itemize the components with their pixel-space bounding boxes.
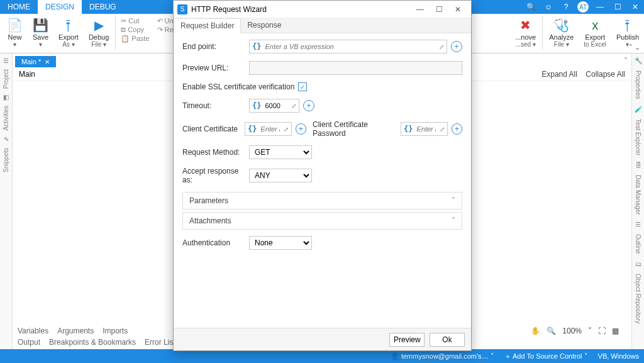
status-language[interactable]: VB, Windows: [598, 352, 639, 360]
sidebar-outline[interactable]: Outline: [635, 234, 641, 254]
zoom-dropdown-icon[interactable]: ˅: [588, 327, 592, 335]
tab-output[interactable]: Output: [18, 338, 40, 347]
expand-icon[interactable]: ⤢: [439, 43, 444, 50]
client-cert-label: Client Certificate: [182, 125, 241, 133]
dialog-logo-icon: S: [177, 4, 187, 14]
ok-button[interactable]: Ok: [430, 333, 465, 347]
method-select[interactable]: GET: [249, 145, 312, 159]
sidebar-properties[interactable]: Properties: [635, 70, 641, 99]
tab-error-list[interactable]: Error List: [145, 338, 175, 347]
pan-icon[interactable]: ✋: [531, 327, 540, 335]
data-manager-icon[interactable]: 🗄: [635, 162, 641, 169]
ribbon-copy[interactable]: ⧉ Copy: [121, 26, 149, 34]
brace-icon: {}: [248, 125, 257, 133]
ribbon-debug-file[interactable]: ▶DebugFile ▾: [84, 16, 114, 49]
endpoint-add-button[interactable]: +: [451, 41, 462, 52]
maximize-icon[interactable]: ☐: [609, 3, 626, 11]
menu-design[interactable]: DESIGN: [38, 0, 82, 14]
fit-screen-icon[interactable]: ⛶: [598, 327, 606, 335]
brace-icon: {}: [252, 42, 261, 51]
sidebar-project[interactable]: Project: [3, 69, 9, 89]
snippets-icon[interactable]: ✎: [4, 136, 9, 143]
status-account[interactable]: 👤 temmysnow@gmail.com's… ˅: [391, 352, 494, 360]
ssl-label: Enable SSL certificate verification: [182, 82, 294, 91]
document-tab-close-icon[interactable]: ✕: [45, 59, 50, 65]
dialog-title: HTTP Request Wizard: [191, 5, 267, 14]
dialog-close-icon[interactable]: ✕: [448, 5, 467, 14]
outline-icon[interactable]: ☰: [635, 221, 641, 228]
ribbon-save[interactable]: 💾Save▾: [28, 16, 53, 49]
sidebar-object-repo[interactable]: Object Repository: [635, 274, 641, 323]
client-cert-pw-input-wrap[interactable]: {} ⤢: [401, 122, 448, 136]
ribbon-collapse-icon[interactable]: ˄ ⌄: [629, 43, 640, 52]
client-cert-pw-input[interactable]: [415, 125, 437, 133]
accept-select[interactable]: ANY: [249, 169, 312, 182]
project-icon[interactable]: ☰: [3, 57, 9, 64]
sidebar-data-manager[interactable]: Data Manager: [635, 175, 641, 215]
tab-imports[interactable]: Imports: [103, 327, 128, 335]
sidebar-snippets[interactable]: Snippets: [3, 148, 9, 172]
zoom-icon[interactable]: 🔍: [547, 327, 556, 335]
client-cert-pw-add-button[interactable]: +: [452, 123, 462, 135]
minimize-icon[interactable]: —: [591, 3, 609, 11]
method-label: Request Method:: [182, 148, 245, 157]
menu-home[interactable]: HOME: [0, 0, 38, 14]
timeout-input[interactable]: [264, 101, 289, 110]
ribbon-analyze[interactable]: 🩺AnalyzeFile ▾: [544, 16, 579, 49]
expand-all-link[interactable]: Expand All: [541, 70, 577, 79]
auth-select[interactable]: None: [249, 236, 312, 250]
parameters-expander[interactable]: Parameters˅: [182, 192, 462, 209]
client-cert-add-button[interactable]: +: [296, 123, 306, 135]
ribbon-cut[interactable]: ✂ Cut: [121, 17, 149, 25]
tab-arguments[interactable]: Arguments: [57, 327, 94, 335]
ribbon-remove-unused[interactable]: ✖...nove...sed ▾: [510, 16, 541, 49]
tab-request-builder[interactable]: Request Builder: [174, 18, 241, 33]
status-source-control[interactable]: ＋ Add To Source Control ˅: [504, 352, 588, 361]
attachments-expander[interactable]: Attachments˅: [182, 212, 462, 230]
brace-icon: {}: [252, 101, 261, 110]
close-icon[interactable]: ✕: [626, 3, 644, 11]
avatar[interactable]: AT: [577, 1, 589, 13]
activities-icon[interactable]: ◧: [3, 94, 9, 101]
timeout-input-wrap[interactable]: {} ⤢: [249, 99, 299, 113]
menu-debug[interactable]: DEBUG: [82, 0, 124, 14]
tab-dropdown-icon[interactable]: ˅: [620, 55, 631, 67]
client-cert-input[interactable]: [259, 125, 281, 133]
dialog-maximize-icon[interactable]: ☐: [430, 5, 448, 14]
chevron-down-icon: ˅: [452, 216, 455, 225]
preview-button[interactable]: Preview: [389, 333, 425, 347]
ribbon-paste[interactable]: 📋 Paste: [121, 35, 149, 43]
help-icon[interactable]: ?: [557, 3, 575, 11]
sidebar-test-explorer[interactable]: Test Explorer: [635, 119, 641, 155]
tab-response[interactable]: Response: [241, 18, 287, 33]
endpoint-input-wrap[interactable]: {} ⤢: [249, 40, 447, 53]
ribbon-export-excel[interactable]: xExportto Excel: [579, 16, 611, 49]
search-icon[interactable]: 🔍: [522, 3, 540, 11]
tab-breakpoints[interactable]: Breakpoints & Bookmarks: [49, 338, 136, 347]
dialog-minimize-icon[interactable]: —: [411, 5, 430, 14]
ribbon-new[interactable]: 📄New▾: [2, 16, 28, 49]
document-tab-label: Main *: [21, 58, 41, 65]
collapse-all-link[interactable]: Collapse All: [586, 70, 625, 79]
feedback-icon[interactable]: ☺: [540, 3, 557, 11]
sidebar-activities[interactable]: Activities: [3, 106, 9, 130]
brace-icon: {}: [404, 125, 413, 133]
object-repo-icon[interactable]: 🗂: [635, 260, 641, 267]
test-explorer-icon[interactable]: 🧪: [635, 106, 642, 113]
expand-icon[interactable]: ⤢: [284, 126, 289, 133]
properties-icon[interactable]: 🔧: [635, 57, 642, 64]
zoom-level[interactable]: 100%: [562, 327, 582, 335]
preview-url-field: [249, 61, 462, 75]
overview-icon[interactable]: ▦: [612, 327, 619, 335]
client-cert-pw-label: Client Certificate Password: [313, 120, 397, 138]
timeout-add-button[interactable]: +: [303, 100, 314, 111]
tab-variables[interactable]: Variables: [18, 327, 48, 335]
ribbon-export-as[interactable]: ⭱ExportAs ▾: [53, 16, 84, 49]
expand-icon[interactable]: ⤢: [440, 126, 445, 133]
endpoint-input[interactable]: [264, 42, 436, 51]
ssl-checkbox[interactable]: ✓: [298, 82, 307, 91]
expand-icon[interactable]: ⤢: [291, 103, 296, 109]
client-cert-input-wrap[interactable]: {} ⤢: [245, 122, 292, 136]
document-tab-main[interactable]: Main * ✕: [15, 56, 56, 67]
page-title: Main: [19, 70, 35, 79]
